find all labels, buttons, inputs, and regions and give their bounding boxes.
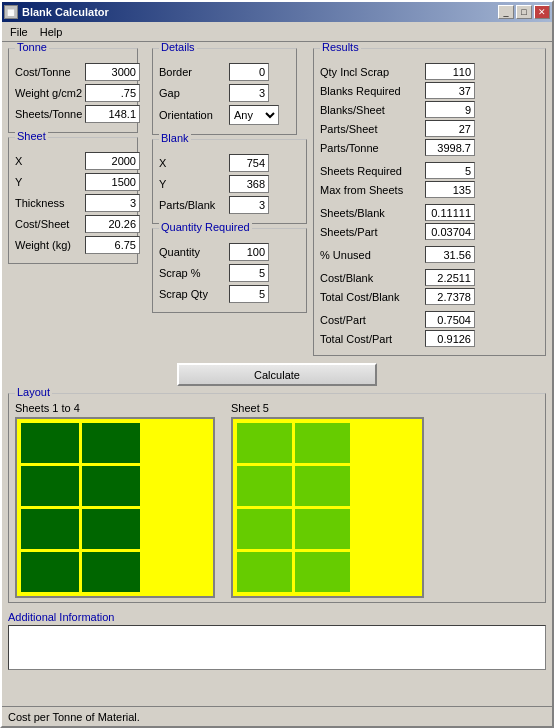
pct-unused-label: % Unused [320,249,425,261]
cell-s5-10 [237,552,292,592]
cell-s5-11 [295,552,350,592]
cell-5 [82,466,140,506]
parts-tonne-value[interactable] [425,139,475,156]
tonne-label: Tonne [15,42,49,53]
sheets-required-value[interactable] [425,162,475,179]
blank-label: Blank [159,132,191,144]
parts-blank-label: Parts/Blank [159,199,229,211]
app-icon: ▦ [4,5,18,19]
maximize-button[interactable]: □ [516,5,532,19]
total-cost-part-label: Total Cost/Part [320,333,425,345]
cost-blank-value[interactable] [425,269,475,286]
cell-10 [21,552,79,592]
sheets-1-4-label: Sheets 1 to 4 [15,402,215,414]
quantity-input[interactable] [229,243,269,261]
sheets-blank-label: Sheets/Blank [320,207,425,219]
cost-sheet-label: Cost/Sheet [15,218,85,230]
layout-section: Layout Sheets 1 to 4 [8,393,546,603]
menu-help[interactable]: Help [34,24,69,40]
quantity-row: Quantity [159,243,300,261]
cost-blank-label: Cost/Blank [320,272,425,284]
max-from-sheets-value[interactable] [425,181,475,198]
cell-s5-3 [353,423,408,463]
total-cost-blank-value[interactable] [425,288,475,305]
weight-kg-input[interactable] [85,236,140,254]
blanks-required-value[interactable] [425,82,475,99]
window-title: Blank Calculator [22,6,109,18]
sheets-required-row: Sheets Required [320,162,539,179]
main-content: Tonne Cost/Tonne Weight g/cm2 Sheets/Ton… [2,42,552,706]
sheet-y-input[interactable] [85,173,140,191]
status-text: Cost per Tonne of Material. [8,711,140,723]
weight-row: Weight g/cm2 [15,84,131,102]
calculate-button[interactable]: Calculate [177,363,377,386]
cost-part-value[interactable] [425,311,475,328]
qty-incl-scrap-value[interactable] [425,63,475,80]
additional-textarea[interactable] [8,625,546,670]
blank-x-label: X [159,157,229,169]
border-label: Border [159,66,229,78]
blank-x-input[interactable] [229,154,269,172]
parts-sheet-value[interactable] [425,120,475,137]
sheets-part-value[interactable] [425,223,475,240]
max-from-sheets-label: Max from Sheets [320,184,425,196]
sheet-group: Sheet X Y Thickness Cost/ [8,137,138,264]
cost-tonne-input[interactable] [85,63,140,81]
sheet-5-container: Sheet 5 [231,402,424,598]
scrap-qty-input[interactable] [229,285,269,303]
parts-blank-input[interactable] [229,196,269,214]
cell-1 [21,423,79,463]
sheets-tonne-input[interactable] [85,105,140,123]
total-cost-blank-row: Total Cost/Blank [320,288,539,305]
calculate-section: Calculate [8,363,546,386]
cell-9 [143,509,201,549]
details-group: Details Border Gap Orientation [152,48,297,135]
thickness-input[interactable] [85,194,140,212]
scrap-qty-label: Scrap Qty [159,288,229,300]
cost-tonne-label: Cost/Tonne [15,66,85,78]
pct-unused-value[interactable] [425,246,475,263]
cell-s5-8 [295,509,350,549]
sheets-part-label: Sheets/Part [320,226,425,238]
menu-bar: File Help [2,22,552,42]
cost-part-label: Cost/Part [320,314,425,326]
cost-sheet-row: Cost/Sheet [15,215,131,233]
menu-file[interactable]: File [4,24,34,40]
results-group: Results Qty Incl Scrap Blanks Required B… [313,48,546,356]
cost-part-row: Cost/Part [320,311,539,328]
parts-tonne-row: Parts/Tonne [320,139,539,156]
sheets-blank-value[interactable] [425,204,475,221]
grid-5 [231,417,424,598]
title-bar-left: ▦ Blank Calculator [4,5,109,19]
cell-s5-2 [295,423,350,463]
cost-sheet-input[interactable] [85,215,140,233]
cell-3 [143,423,201,463]
sheets-tonne-row: Sheets/Tonne [15,105,131,123]
cell-s5-7 [237,509,292,549]
gap-row: Gap [159,84,290,102]
cell-s5-6 [353,466,408,506]
total-cost-part-value[interactable] [425,330,475,347]
blank-y-input[interactable] [229,175,269,193]
orientation-select[interactable]: Any Portrait Landscape [229,105,279,125]
total-cost-blank-label: Total Cost/Blank [320,291,425,303]
sheet-x-label: X [15,155,85,167]
border-input[interactable] [229,63,269,81]
blanks-sheet-value[interactable] [425,101,475,118]
blanks-required-label: Blanks Required [320,85,425,97]
minimize-button[interactable]: _ [498,5,514,19]
weight-input[interactable] [85,84,140,102]
cell-s5-12 [353,552,408,592]
grid-1-4 [15,417,215,598]
scrap-qty-row: Scrap Qty [159,285,300,303]
orientation-row: Orientation Any Portrait Landscape [159,105,290,125]
cell-6 [143,466,201,506]
sheet-x-input[interactable] [85,152,140,170]
gap-input[interactable] [229,84,269,102]
additional-label: Additional Information [8,611,546,623]
scrap-pct-input[interactable] [229,264,269,282]
sheet-label: Sheet [15,130,48,142]
close-button[interactable]: ✕ [534,5,550,19]
weight-label: Weight g/cm2 [15,87,85,99]
max-from-sheets-row: Max from Sheets [320,181,539,198]
